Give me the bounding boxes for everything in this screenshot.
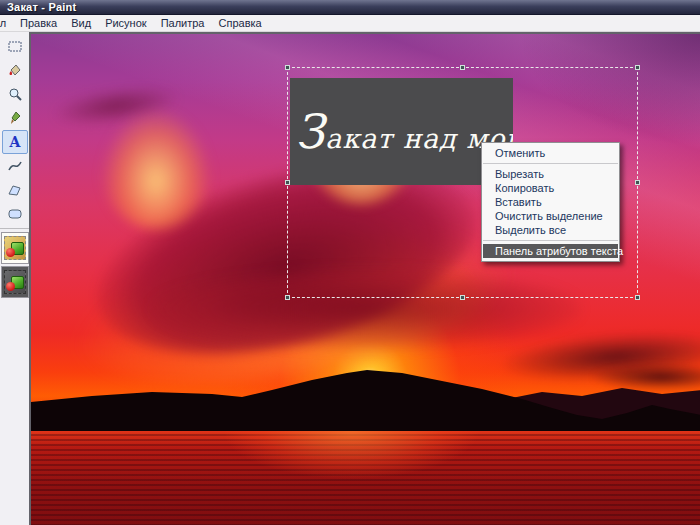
menu-palette[interactable]: Палитра — [154, 15, 212, 31]
selection-handle-nw[interactable] — [285, 65, 290, 70]
fill-bucket-icon — [7, 62, 23, 78]
ctx-select-all[interactable]: Выделить все — [482, 223, 619, 237]
ctx-undo[interactable]: Отменить — [482, 146, 619, 160]
ctx-text-attributes-panel[interactable]: Панель атрибутов текста — [483, 244, 618, 258]
selection-handle-s[interactable] — [460, 295, 465, 300]
select-tool[interactable] — [2, 34, 28, 58]
selection-handle-n[interactable] — [460, 65, 465, 70]
selection-handle-se[interactable] — [635, 295, 640, 300]
brush-icon — [7, 110, 23, 126]
opaque-option-thumbnail — [4, 236, 26, 260]
canvas-text: Закат над морем — [290, 108, 513, 155]
menu-bar: Файл Правка Вид Рисунок Палитра Справка — [0, 15, 700, 32]
toolbox: A — [0, 32, 29, 525]
text-tool[interactable]: A — [2, 130, 28, 154]
toolbox-divider — [0, 228, 29, 229]
curve-tool[interactable] — [2, 154, 28, 178]
curve-icon — [7, 158, 23, 174]
menu-view[interactable]: Вид — [64, 15, 98, 31]
context-menu: Отменить Вырезать Копировать Вставить Оч… — [481, 142, 620, 262]
option-opaque-background[interactable] — [1, 232, 29, 264]
option-transparent-background[interactable] — [1, 266, 29, 298]
berry-icon — [6, 248, 15, 257]
paint-window: Закат - Paint Файл Правка Вид Рисунок Па… — [0, 0, 700, 525]
selection-handle-ne[interactable] — [635, 65, 640, 70]
tool-options — [1, 232, 28, 300]
menu-help[interactable]: Справка — [212, 15, 269, 31]
select-icon — [7, 38, 23, 54]
fill-tool[interactable] — [2, 58, 28, 82]
berry-icon — [6, 282, 15, 291]
menu-separator — [483, 240, 618, 241]
menu-separator — [483, 163, 618, 164]
rounded-rectangle-icon — [7, 206, 23, 222]
menu-bar-items: Файл Правка Вид Рисунок Палитра Справка — [0, 15, 700, 31]
transparent-option-thumbnail — [4, 270, 26, 294]
title-bar[interactable]: Закат - Paint — [0, 0, 700, 15]
menu-edit[interactable]: Правка — [13, 15, 64, 31]
polygon-icon — [7, 182, 23, 198]
text-box[interactable]: Закат над морем — [290, 78, 513, 185]
cloud-highlight — [101, 109, 211, 229]
brush-tool[interactable] — [2, 106, 28, 130]
polygon-tool[interactable] — [2, 178, 28, 202]
selection-handle-sw[interactable] — [285, 295, 290, 300]
ctx-paste[interactable]: Вставить — [482, 195, 619, 209]
sea-water — [31, 431, 700, 525]
magnifier-tool[interactable] — [2, 82, 28, 106]
ctx-clear-selection[interactable]: Очистить выделение — [482, 209, 619, 223]
ctx-copy[interactable]: Копировать — [482, 181, 619, 195]
magnifier-icon — [7, 86, 23, 102]
window-title: Закат - Paint — [7, 1, 76, 13]
rounded-rectangle-tool[interactable] — [2, 202, 28, 226]
ctx-cut[interactable]: Вырезать — [482, 167, 619, 181]
menu-file[interactable]: Файл — [0, 15, 13, 31]
menu-image[interactable]: Рисунок — [98, 15, 154, 31]
selection-handle-e[interactable] — [635, 180, 640, 185]
tool-grid: A — [0, 34, 28, 226]
text-tool-icon: A — [10, 135, 21, 149]
